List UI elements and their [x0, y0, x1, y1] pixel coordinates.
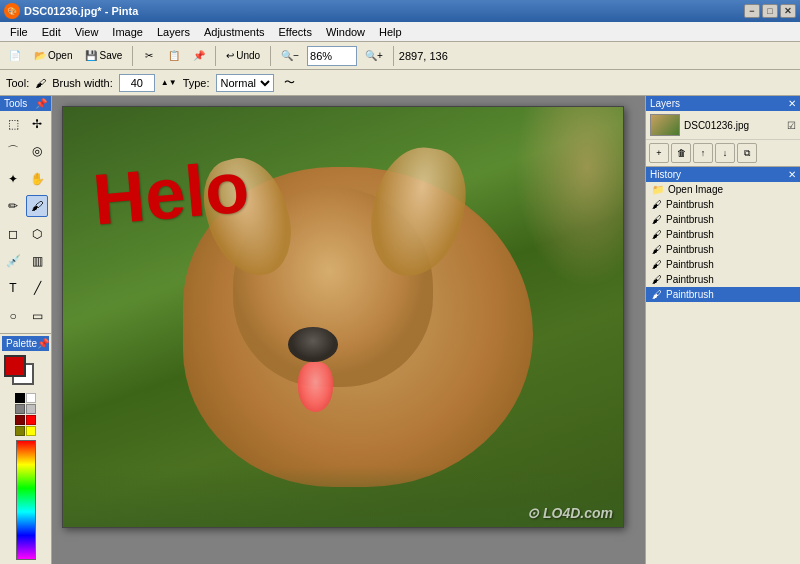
layer-delete-button[interactable]: 🗑 [671, 143, 691, 163]
history-label-open: Open Image [668, 184, 723, 195]
zoom-out-button[interactable]: 🔍− [276, 45, 304, 67]
new-icon: 📄 [9, 50, 21, 61]
lasso-tool[interactable]: ⌒ [2, 140, 24, 162]
bucket-tool[interactable]: ⬡ [26, 223, 48, 245]
history-item-pb5[interactable]: 🖌 Paintbrush [646, 257, 800, 272]
history-panel-close[interactable]: ✕ [788, 169, 796, 180]
layer-duplicate-button[interactable]: ⧉ [737, 143, 757, 163]
paintbrush-icon-h6: 🖌 [652, 274, 662, 285]
swatch-maroon[interactable] [15, 415, 25, 425]
maximize-button[interactable]: □ [762, 4, 778, 18]
layer-item[interactable]: DSC01236.jpg ☑ [646, 111, 800, 140]
swatch-silver[interactable] [26, 404, 36, 414]
paintbrush-icon-h1: 🖌 [652, 199, 662, 210]
cut-button[interactable]: ✂ [138, 45, 160, 67]
history-item-pb1[interactable]: 🖌 Paintbrush [646, 197, 800, 212]
menu-layers[interactable]: Layers [151, 25, 196, 39]
zoom-in-button[interactable]: 🔍+ [360, 45, 388, 67]
right-panel: Layers ✕ DSC01236.jpg ☑ + 🗑 ↑ ↓ ⧉ Histor… [645, 96, 800, 564]
undo-button[interactable]: ↩ Undo [221, 45, 265, 67]
menu-file[interactable]: File [4, 25, 34, 39]
swatch-gray[interactable] [15, 404, 25, 414]
swatch-red[interactable] [26, 415, 36, 425]
pencil-tool[interactable]: ✏ [2, 195, 24, 217]
history-item-pb4[interactable]: 🖌 Paintbrush [646, 242, 800, 257]
layer-up-button[interactable]: ↑ [693, 143, 713, 163]
canvas-inner: Helo ⊙ LO4D.com [62, 106, 624, 528]
history-label-pb6: Paintbrush [666, 274, 714, 285]
window-title: DSC01236.jpg* - Pinta [24, 5, 138, 17]
foreground-color-box[interactable] [4, 355, 26, 377]
layer-visibility-checkbox[interactable]: ☑ [787, 120, 796, 131]
open-button[interactable]: 📂 Open [29, 45, 77, 67]
paintbrush-icon-h4: 🖌 [652, 244, 662, 255]
history-label-pb5: Paintbrush [666, 259, 714, 270]
layer-add-button[interactable]: + [649, 143, 669, 163]
pan-tool[interactable]: ✋ [26, 168, 48, 190]
history-label-pb2: Paintbrush [666, 214, 714, 225]
swatch-black[interactable] [15, 393, 25, 403]
rounded-rect-tool[interactable]: ▭ [26, 305, 48, 327]
line-tool[interactable]: ╱ [26, 277, 48, 299]
history-item-pb6[interactable]: 🖌 Paintbrush [646, 272, 800, 287]
layer-down-button[interactable]: ↓ [715, 143, 735, 163]
menu-help[interactable]: Help [373, 25, 408, 39]
dog-leg-right [503, 107, 623, 307]
palette-label: Palette [6, 338, 37, 349]
minimize-button[interactable]: − [744, 4, 760, 18]
tools-pin-icon[interactable]: 📌 [35, 98, 47, 109]
menu-effects[interactable]: Effects [273, 25, 318, 39]
new-button[interactable]: 📄 [4, 45, 26, 67]
ellipse-tool[interactable]: ○ [2, 305, 24, 327]
menu-window[interactable]: Window [320, 25, 371, 39]
history-item-pb7[interactable]: 🖌 Paintbrush [646, 287, 800, 302]
magic-wand-tool[interactable]: ✦ [2, 168, 24, 190]
brush-width-spinner[interactable]: ▲▼ [161, 78, 177, 87]
brush-width-input[interactable] [119, 74, 155, 92]
layers-panel-close[interactable]: ✕ [788, 98, 796, 109]
history-label-pb4: Paintbrush [666, 244, 714, 255]
tool-label: Tool: [6, 77, 29, 89]
copy-button[interactable]: 📋 [163, 45, 185, 67]
brush-type-select[interactable]: Normal Soft [216, 74, 274, 92]
tools-label: Tools [4, 98, 27, 109]
type-label: Type: [183, 77, 210, 89]
separator-3 [270, 46, 271, 66]
layer-name: DSC01236.jpg [684, 120, 783, 131]
move-tool[interactable]: ✢ [26, 113, 48, 135]
rectangle-select-tool[interactable]: ⬚ [2, 113, 24, 135]
layers-panel: Layers ✕ DSC01236.jpg ☑ + 🗑 ↑ ↓ ⧉ [646, 96, 800, 167]
antialiasing-icon: 〜 [284, 75, 295, 90]
tools-panel-header: Tools 📌 [0, 96, 51, 111]
text-tool[interactable]: T [2, 277, 24, 299]
layer-thumbnail [650, 114, 680, 136]
layers-label: Layers [650, 98, 680, 109]
eraser-tool[interactable]: ◻ [2, 223, 24, 245]
separator-2 [215, 46, 216, 66]
history-item-pb2[interactable]: 🖌 Paintbrush [646, 212, 800, 227]
layers-toolbar: + 🗑 ↑ ↓ ⧉ [646, 140, 800, 166]
menu-adjustments[interactable]: Adjustments [198, 25, 271, 39]
menu-edit[interactable]: Edit [36, 25, 67, 39]
zoom-input[interactable] [307, 46, 357, 66]
history-item-pb3[interactable]: 🖌 Paintbrush [646, 227, 800, 242]
paste-button[interactable]: 📌 [188, 45, 210, 67]
tools-panel: Tools 📌 ⬚ ✢ ⌒ ◎ ✦ ✋ ✏ 🖌 ◻ ⬡ 💉 ▥ T ╱ ○ ▭ … [0, 96, 52, 564]
history-item-open[interactable]: 📁 Open Image [646, 182, 800, 197]
eyedropper-tool[interactable]: 💉 [2, 250, 24, 272]
close-button[interactable]: ✕ [780, 4, 796, 18]
paintbrush-tool[interactable]: 🖌 [26, 195, 48, 217]
zoom-tool[interactable]: ◎ [26, 140, 48, 162]
gradient-tool[interactable]: ▥ [26, 250, 48, 272]
menu-view[interactable]: View [69, 25, 105, 39]
swatch-yellow[interactable] [26, 426, 36, 436]
swatch-olive[interactable] [15, 426, 25, 436]
swatch-white[interactable] [26, 393, 36, 403]
palette-pin-icon[interactable]: 📌 [37, 338, 49, 349]
canvas-image[interactable]: Helo ⊙ LO4D.com [63, 107, 623, 527]
color-spectrum[interactable] [16, 440, 36, 560]
save-button[interactable]: 💾 Save [80, 45, 127, 67]
copy-icon: 📋 [168, 50, 180, 61]
canvas-container[interactable]: Helo ⊙ LO4D.com [52, 96, 645, 564]
menu-image[interactable]: Image [106, 25, 149, 39]
